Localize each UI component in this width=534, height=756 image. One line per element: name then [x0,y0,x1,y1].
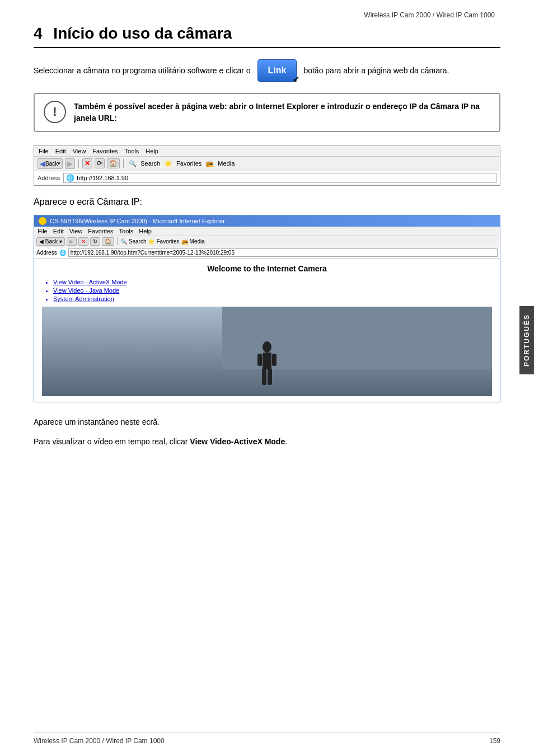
java-link[interactable]: View Video - Java Mode [53,287,119,294]
admin-link[interactable]: System Administration [53,295,114,302]
favorites-label[interactable]: Favorites [176,160,202,167]
full-search-icon[interactable]: 🔍 [120,238,127,245]
toolbar-sep-1 [78,159,79,168]
browser-full-address: Address 🌐 [34,247,500,259]
intro-text-after: botão para abrir a página web da câmara. [303,64,449,77]
browser-title-icon [39,217,46,225]
menu-favorites[interactable]: Favorites [92,148,118,154]
media-label[interactable]: Media [218,160,235,167]
full-refresh-btn[interactable]: ↻ [90,237,100,246]
link-button[interactable]: Link [257,59,297,82]
menu-help[interactable]: Help [146,148,158,154]
warning-icon-char: ! [53,105,57,119]
address-label: Address [38,175,60,181]
svg-rect-3 [272,354,277,366]
browser-menubar: File Edit View Favorites Tools Help [34,146,500,157]
svg-rect-1 [263,353,271,369]
side-tab: PORTUGUÊS [519,306,534,374]
action-bold: View Video-ActiveX Mode [190,437,285,446]
person-silhouette [253,340,281,396]
warning-text: Também é possível aceder à página web: a… [74,101,490,124]
link-activex[interactable]: View Video - ActiveX Mode [53,279,492,285]
full-forward-btn[interactable]: ▶ [67,237,77,246]
link-admin[interactable]: System Administration [53,295,492,302]
snapshot-text: Aparece um instantâneo neste ecrã. [34,416,500,429]
svg-rect-5 [268,368,272,385]
menu-view[interactable]: View [73,148,86,154]
browser-full-toolbar: ◀ Back ▾ ▶ ✕ ↻ 🏠 🔍 Search ⭐ Favorites 📻 … [34,236,500,247]
full-favorites-label[interactable]: Favorites [156,238,179,245]
browser-title-text: CS-59BT96(Wireless IP Cam 2000) - Micros… [50,218,225,224]
full-media-icon[interactable]: 📻 [181,238,188,245]
section-title: Início do uso da câmara [53,25,232,42]
full-back-btn[interactable]: ◀ Back ▾ [36,237,65,246]
full-menu-file[interactable]: File [38,228,48,234]
full-favorites-icon[interactable]: ⭐ [148,238,154,245]
browser-full-content: Welcome to the Internet Camera View Vide… [34,259,500,402]
camera-snapshot [42,307,492,396]
svg-rect-4 [262,368,266,385]
product-name-header: Wireless IP Cam 2000 / Wired IP Cam 1000 [364,11,495,19]
footer-left: Wireless IP Cam 2000 / Wired IP Cam 1000 [34,737,165,745]
side-tab-label: PORTUGUÊS [523,314,531,367]
full-menu-tools[interactable]: Tools [119,228,134,234]
action-text-after: . [285,437,287,446]
snapshot-scene [42,307,492,396]
search-label[interactable]: Search [140,160,160,167]
full-menu-view[interactable]: View [69,228,83,234]
browser-title-bar: CS-59BT96(Wireless IP Cam 2000) - Micros… [34,215,500,227]
warning-box: ! Também é possível aceder à página web:… [34,93,500,132]
welcome-title: Welcome to the Internet Camera [42,264,492,273]
camera-screen-label: Aparece o ecrã Câmara IP: [34,197,500,207]
link-java[interactable]: View Video - Java Mode [53,287,492,294]
top-header: Wireless IP Cam 2000 / Wired IP Cam 1000 [34,11,500,19]
browser-simple: File Edit View Favorites Tools Help ◀ Ba… [34,145,500,186]
browser-toolbar: ◀ Back ▾ ▶ ✕ ⟳ 🏠 🔍 Search ⭐ Favorites 📻 … [34,157,500,171]
back-button[interactable]: ◀ Back ▾ [38,158,63,169]
page-footer: Wireless IP Cam 2000 / Wired IP Cam 1000… [34,732,500,745]
full-home-btn[interactable]: 🏠 [102,237,114,246]
full-menu-favorites[interactable]: Favorites [88,228,113,234]
address-input[interactable]: 🌐 http://192.168.1.90 [63,173,496,183]
menu-tools[interactable]: Tools [125,148,139,154]
address-url: http://192.168.1.90 [77,175,128,181]
intro-paragraph: Seleccionar a câmara no programa utilitá… [34,59,500,82]
section-heading: 4 Início do uso da câmara [34,25,500,48]
footer-right: 159 [489,737,500,745]
forward-button[interactable]: ▶ [65,158,75,169]
full-address-label: Address [36,250,57,256]
stop-button[interactable]: ✕ [82,158,92,168]
full-stop-btn[interactable]: ✕ [78,237,88,246]
menu-file[interactable]: File [39,148,49,154]
full-address-input[interactable] [68,248,498,257]
section-number: 4 [34,25,43,42]
browser-address-bar: Address 🌐 http://192.168.1.90 [34,171,500,185]
warning-icon: ! [44,101,66,123]
page-container: Wireless IP Cam 2000 / Wired IP Cam 1000… [0,0,534,756]
full-sep [117,237,118,245]
action-text-before: Para visualizar o vídeo em tempo real, c… [34,437,190,446]
action-text: Para visualizar o vídeo em tempo real, c… [34,435,500,449]
full-menu-help[interactable]: Help [139,228,152,234]
activex-link[interactable]: View Video - ActiveX Mode [53,279,127,285]
intro-text-before: Seleccionar a câmara no programa utilitá… [34,64,251,77]
home-button[interactable]: 🏠 [107,158,120,168]
camera-links-list: View Video - ActiveX Mode View Video - J… [42,279,492,302]
full-media-label[interactable]: Media [190,238,205,245]
browser-full: CS-59BT96(Wireless IP Cam 2000) - Micros… [34,215,500,402]
svg-rect-2 [257,354,262,366]
link-button-label: Link [268,63,287,78]
favorites-icon[interactable]: ⭐ [162,159,174,168]
full-menu-edit[interactable]: Edit [53,228,64,234]
refresh-button[interactable]: ⟳ [95,158,105,168]
menu-edit[interactable]: Edit [55,148,66,154]
search-icon[interactable]: 🔍 [127,159,138,168]
svg-point-0 [263,341,271,353]
full-search-label[interactable]: Search [129,238,147,245]
media-icon[interactable]: 📻 [204,159,216,168]
browser-full-menubar: File Edit View Favorites Tools Help [34,227,500,236]
toolbar-sep-2 [123,159,124,168]
